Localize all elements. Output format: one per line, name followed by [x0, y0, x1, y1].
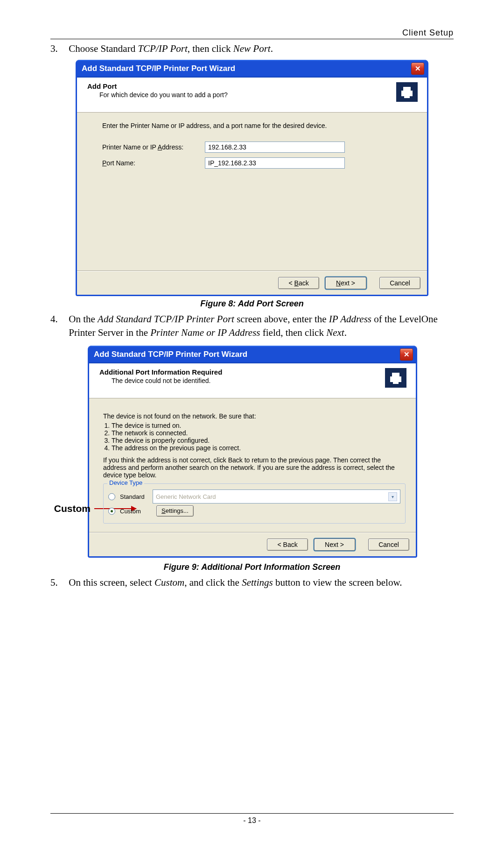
device-type-select[interactable]: Generic Network Card ▾ [153, 489, 400, 504]
dialog1-title-text: Add Standard TCP/IP Printer Port Wizard [82, 64, 235, 73]
step-5-text: On this screen, select Custom, and click… [69, 576, 442, 589]
add-port-dialog: Add Standard TCP/IP Printer Port Wizard … [76, 60, 428, 296]
back-button[interactable]: < Back [278, 277, 319, 289]
close-icon[interactable]: ✕ [400, 348, 413, 361]
dialog1-header-title: Add Port [87, 82, 228, 90]
custom-radio-label: Custom [120, 508, 148, 515]
footer-rule [50, 813, 454, 814]
printer-name-label: Printer Name or IP Address: [102, 143, 205, 151]
standard-radio[interactable] [108, 493, 115, 500]
step-5-num: 5. [50, 576, 66, 589]
settings-button[interactable]: Settings... [156, 505, 194, 517]
chevron-down-icon: ▾ [388, 492, 397, 501]
list-item: The address on the previous page is corr… [112, 444, 406, 452]
step-3-text: Choose Standard TCP/IP Port, then click … [69, 42, 442, 55]
svg-rect-1 [403, 87, 411, 92]
svg-rect-4 [392, 373, 399, 377]
step-3: 3. Choose Standard TCP/IP Port, then cli… [50, 42, 454, 55]
standard-radio-label: Standard [120, 493, 148, 500]
printer-name-input[interactable] [205, 142, 345, 153]
printer-icon [385, 368, 406, 388]
svg-rect-5 [393, 381, 399, 384]
dialog1-footer: < Back Next > Cancel [77, 271, 427, 295]
close-icon[interactable]: ✕ [411, 63, 424, 75]
troubleshoot-list: The device is turned on. The network is … [112, 422, 406, 452]
svg-rect-2 [404, 95, 410, 98]
custom-callout-label: Custom [46, 503, 91, 514]
dialog1-header: Add Port For which device do you want to… [77, 78, 427, 113]
device-type-group: Device Type Standard Generic Network Car… [103, 483, 406, 524]
dialog1-header-sub: For which device do you want to add a po… [99, 91, 228, 99]
dialog2-header-sub: The device could not be identified. [112, 377, 222, 384]
printer-icon [396, 82, 418, 102]
page-number: - 13 - [50, 816, 454, 825]
port-name-input[interactable] [205, 157, 345, 169]
list-item: The device is properly configured. [112, 437, 406, 444]
dialog2-header: Additional Port Information Required The… [89, 363, 416, 398]
dialog2-titlebar: Add Standard TCP/IP Printer Port Wizard … [89, 346, 416, 363]
device-type-legend: Device Type [107, 479, 144, 486]
dialog2-p2: If you think the address is not correct,… [103, 456, 406, 479]
step-4-text: On the Add Standard TCP/IP Printer Port … [69, 312, 442, 339]
dialog1-titlebar: Add Standard TCP/IP Printer Port Wizard … [77, 60, 427, 78]
custom-radio[interactable] [108, 508, 115, 515]
next-button[interactable]: Next > [314, 539, 355, 551]
figure-8-caption: Figure 8: Add Port Screen [50, 299, 454, 309]
page-header-right: Client Setup [50, 28, 454, 38]
list-item: The device is turned on. [112, 422, 406, 429]
step-4-num: 4. [50, 312, 66, 326]
back-button[interactable]: < Back [267, 539, 308, 551]
cancel-button[interactable]: Cancel [379, 277, 420, 289]
header-rule [50, 39, 454, 39]
figure-9-caption: Figure 9: Additional Port Information Sc… [50, 562, 454, 572]
dialog1-intro: Enter the Printer Name or IP address, an… [102, 122, 412, 129]
dialog2-title-text: Add Standard TCP/IP Printer Port Wizard [94, 350, 247, 359]
next-button[interactable]: Next > [325, 277, 366, 289]
step-3-num: 3. [50, 42, 66, 55]
dialog2-p1: The device is not found on the network. … [103, 412, 406, 420]
step-5: 5. On this screen, select Custom, and cl… [50, 576, 454, 589]
cancel-button[interactable]: Cancel [368, 539, 409, 551]
dialog2-footer: < Back Next > Cancel [89, 533, 416, 556]
port-name-label: Port Name: [102, 159, 205, 167]
step-4: 4. On the Add Standard TCP/IP Printer Po… [50, 312, 454, 339]
list-item: The network is connected. [112, 429, 406, 437]
port-info-dialog: Add Standard TCP/IP Printer Port Wizard … [88, 346, 417, 558]
dialog2-header-title: Additional Port Information Required [99, 368, 222, 376]
